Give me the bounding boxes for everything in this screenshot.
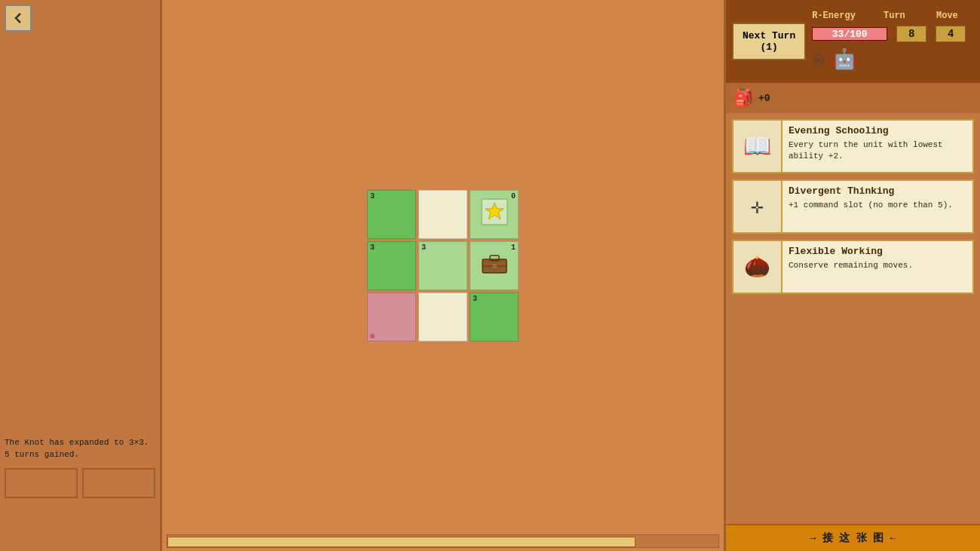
bottom-btn-2[interactable]: [82, 468, 155, 498]
stats-right: R-Energy Turn Move 33/100 8 4 ♾ 🤖: [812, 11, 974, 72]
grid-cell-1-2[interactable]: 1: [470, 241, 519, 290]
infinity-icon: ♾: [812, 47, 825, 72]
cell-num-0-2-tr: 0: [511, 192, 516, 201]
book-icon: 📖: [743, 133, 771, 161]
card-title-2: Flexible Working: [789, 246, 966, 257]
next-turn-sublabel: (1): [743, 41, 795, 53]
bottom-btn-1[interactable]: [5, 468, 78, 498]
grid-cell-2-0[interactable]: [367, 292, 416, 341]
log-text: The Knot has expanded to 3×3. 5 turns ga…: [5, 438, 149, 458]
acorn-icon: 🌰: [744, 254, 770, 280]
bottom-buttons: [5, 468, 155, 498]
grid-cell-0-0[interactable]: 3: [367, 190, 416, 239]
inventory-row: 🎒 +0: [726, 83, 980, 113]
card-evening-schooling[interactable]: 📖 Evening Schooling Every turn the unit …: [732, 119, 974, 173]
next-turn-button[interactable]: Next Turn (1): [732, 23, 806, 60]
cards-area: 📖 Evening Schooling Every turn the unit …: [726, 113, 980, 524]
card-flexible-working[interactable]: 🌰 Flexible Working Conserve remaining mo…: [732, 240, 974, 294]
stats-bar: Next Turn (1) R-Energy Turn Move 33/100 …: [726, 0, 980, 83]
bottom-nav[interactable]: → 接 这 张 图 ←: [726, 524, 980, 551]
r-energy-label: R-Energy: [812, 11, 876, 21]
card-icon-flexible-working: 🌰: [733, 241, 782, 292]
card-desc-0: Every turn the unit with lowest ability …: [789, 139, 966, 163]
grid-cell-0-2[interactable]: 0: [470, 190, 519, 239]
main-area: 3 0 3 3 1: [162, 0, 724, 551]
next-turn-label: Next Turn: [743, 30, 795, 41]
energy-bar-row: 33/100 8 4: [812, 26, 974, 42]
log-area: The Knot has expanded to 3×3. 5 turns ga…: [5, 437, 155, 461]
card-icon-evening-schooling: 📖: [733, 121, 782, 172]
robot-icon: 🤖: [832, 47, 856, 72]
card-title-1: Divergent Thinking: [789, 185, 966, 197]
grid-container: 3 0 3 3 1: [367, 190, 519, 341]
energy-text: 33/100: [813, 29, 887, 40]
card-desc-1: +1 command slot (no more than 5).: [789, 200, 966, 211]
move-label: Move: [936, 11, 974, 21]
card-icon-divergent-thinking: ✛: [733, 181, 782, 232]
cell-num-2-2: 3: [473, 295, 477, 303]
card-content-flexible-working: Flexible Working Conserve remaining move…: [782, 241, 972, 292]
briefcase-cell-icon: [482, 253, 507, 280]
cross-arrows-icon: ✛: [751, 194, 764, 219]
turn-value: 8: [896, 26, 926, 42]
cell-num-1-0: 3: [370, 243, 375, 252]
star-cell-icon: [480, 197, 509, 232]
game-canvas: 3 0 3 3 1: [162, 0, 724, 531]
cards-spacer: [732, 300, 974, 518]
grid-cell-2-1[interactable]: [418, 292, 467, 341]
card-title-0: Evening Schooling: [789, 125, 966, 136]
move-value: 4: [936, 26, 966, 42]
icons-row: ♾ 🤖: [812, 47, 974, 72]
scrollbar-thumb[interactable]: [167, 537, 635, 547]
grid-cell-1-0[interactable]: 3: [367, 241, 416, 290]
card-desc-2: Conserve remaining moves.: [789, 260, 966, 271]
inventory-icon: 🎒: [733, 88, 754, 109]
card-content-divergent-thinking: Divergent Thinking +1 command slot (no m…: [782, 181, 972, 232]
cell-num-1-2-tr: 1: [511, 243, 516, 252]
left-panel: The Knot has expanded to 3×3. 5 turns ga…: [0, 0, 162, 551]
card-content-evening-schooling: Evening Schooling Every turn the unit wi…: [782, 121, 972, 172]
cell-num-0-0: 3: [370, 192, 375, 201]
grid-cell-1-1[interactable]: 3: [418, 241, 467, 290]
bottom-nav-label: → 接 这 张 图 ←: [810, 532, 896, 544]
back-button[interactable]: [5, 5, 32, 32]
energy-bar: 33/100: [812, 27, 887, 41]
right-panel: Next Turn (1) R-Energy Turn Move 33/100 …: [724, 0, 980, 551]
card-divergent-thinking[interactable]: ✛ Divergent Thinking +1 command slot (no…: [732, 179, 974, 234]
cell-num-1-1: 3: [421, 243, 426, 252]
grid-cell-2-2[interactable]: 3: [470, 292, 519, 341]
turn-label: Turn: [884, 11, 929, 21]
stats-header: R-Energy Turn Move: [812, 11, 974, 21]
inventory-count: +0: [758, 93, 770, 104]
scrollbar-container[interactable]: [167, 534, 719, 548]
grid-cell-0-1[interactable]: [418, 190, 467, 239]
cell-dot-2-0: [370, 334, 375, 338]
